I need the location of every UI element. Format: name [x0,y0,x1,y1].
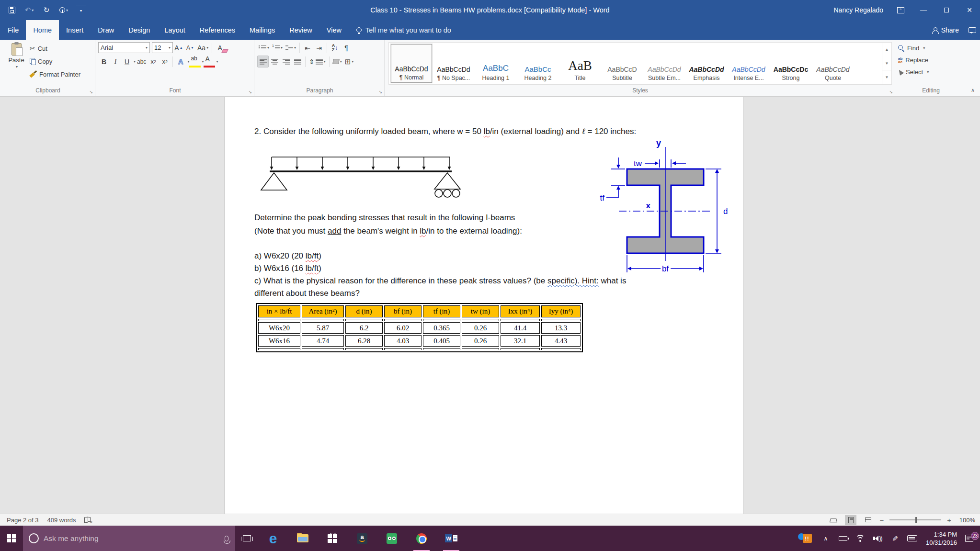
search-input[interactable] [44,534,220,543]
style-item-normal[interactable]: AaBbCcDd¶ Normal [391,44,432,83]
copy-button[interactable]: Copy [30,56,80,67]
taskbar-tripadvisor[interactable] [377,526,407,551]
style-item-strong[interactable]: AaBbCcDcStrong [770,44,811,83]
page-indicator[interactable]: Page 2 of 3 [7,517,39,524]
style-item-h1[interactable]: AaBbCHeading 1 [475,44,516,83]
italic-button[interactable]: I [110,56,121,67]
tab-mailings[interactable]: Mailings [242,20,282,40]
align-left-button[interactable] [257,56,269,67]
tab-draw[interactable]: Draw [91,20,121,40]
paragraph-dialog-launcher[interactable]: ↘ [378,90,382,94]
taskbar-amazon[interactable]: a [347,526,377,551]
touch-mode-icon[interactable]: ▾ [58,5,69,15]
zoom-percentage[interactable]: 100% [957,517,975,524]
network-status[interactable] [852,535,869,542]
proofing-errors-icon[interactable] [84,517,91,523]
zoom-slider[interactable] [889,519,941,520]
ribbon-display-options-icon[interactable]: ⌃ [890,0,911,20]
microphone-icon[interactable] [225,536,228,541]
word-count[interactable]: 409 words [47,517,76,524]
zoom-in-button[interactable]: + [947,516,951,524]
find-button[interactable]: Find ▾ [898,43,929,54]
styles-dialog-launcher[interactable]: ↘ [889,90,893,94]
increase-indent-button[interactable]: ⇥ [313,42,325,54]
justify-button[interactable] [292,56,303,67]
action-center-button[interactable]: 23 [958,535,980,542]
replace-button[interactable]: abac Replace [898,55,929,66]
zoom-out-button[interactable]: − [879,516,884,524]
redo-icon[interactable]: ↻ [41,5,52,15]
restore-button[interactable] [936,0,957,20]
select-button[interactable]: Select ▾ [898,67,929,78]
taskbar-edge[interactable]: e [258,526,288,551]
grow-font-button[interactable]: A▲ [173,42,184,54]
tell-me-box[interactable]: Tell me what you want to do [356,20,451,40]
clock[interactable]: 1:34 PM 10/31/2016 [921,530,958,547]
multilevel-list-button[interactable]: ▾ [284,42,297,54]
show-hidden-icons-button[interactable]: ∧ [817,535,834,542]
battery-status[interactable] [834,536,852,541]
task-view-button[interactable] [235,526,258,551]
notification-alert[interactable]: !! [797,534,817,543]
font-dialog-launcher[interactable]: ↘ [248,90,252,94]
styles-more-icon[interactable]: ▼ [882,70,891,84]
font-name-combo[interactable]: Arial▾ [98,42,150,53]
touch-keyboard-button[interactable] [903,535,921,541]
line-spacing-button[interactable]: ⇕▾ [308,56,327,67]
collapse-ribbon-button[interactable]: ∧ [966,40,980,96]
font-color-button[interactable]: A [204,56,215,67]
styles-scroll-down-icon[interactable]: ▼ [882,56,891,70]
style-item-subtle[interactable]: AaBbCcDdSubtle Em... [644,44,685,83]
volume-control[interactable]: )) [869,535,886,542]
styles-scroll-up-icon[interactable]: ▲ [882,43,891,56]
save-icon[interactable] [7,5,17,15]
taskbar-chrome[interactable] [407,526,436,551]
decrease-indent-button[interactable]: ⇤ [302,42,313,54]
clipboard-dialog-launcher[interactable]: ↘ [89,90,93,94]
taskbar-store[interactable] [318,526,347,551]
account-name[interactable]: Nancy Regalado [833,6,883,14]
tab-insert[interactable]: Insert [59,20,91,40]
tab-design[interactable]: Design [121,20,157,40]
format-painter-button[interactable]: Format Painter [30,68,80,80]
align-right-button[interactable] [280,56,292,67]
bold-button[interactable]: B [98,56,110,67]
taskbar-word[interactable]: W [436,526,466,551]
read-mode-button[interactable] [828,515,839,525]
tab-references[interactable]: References [193,20,242,40]
font-color-caret-icon[interactable]: ▾ [216,59,218,64]
subscript-button[interactable]: x2 [148,56,159,67]
tab-home[interactable]: Home [26,20,59,40]
comments-icon[interactable] [969,27,976,33]
print-layout-button[interactable] [845,515,856,525]
share-button[interactable]: Share [932,26,959,34]
bullets-button[interactable]: ▾ [257,42,271,54]
borders-button[interactable]: ⊞▾ [343,56,355,67]
web-layout-button[interactable] [862,515,874,525]
style-item-quote[interactable]: AaBbCcDdQuote [812,44,854,83]
taskbar-file-explorer[interactable] [288,526,318,551]
tab-view[interactable]: View [319,20,349,40]
text-effects-button[interactable]: A [175,56,186,67]
cut-button[interactable]: ✂ Cut [30,43,80,54]
tab-review[interactable]: Review [282,20,319,40]
numbering-button[interactable]: ▾ [271,42,284,54]
start-button[interactable] [0,526,23,551]
paste-button[interactable]: Paste ▾ [3,42,30,86]
customize-qat-icon[interactable]: ▾ [76,5,86,15]
zoom-slider-thumb[interactable] [915,517,917,523]
pen-settings[interactable]: ✎ [886,534,903,543]
font-size-combo[interactable]: 12▾ [152,42,173,53]
document-page[interactable]: 2. Consider the following uniformly load… [224,97,743,514]
text-highlight-button[interactable]: ab [189,56,201,67]
underline-button[interactable]: U [121,56,133,67]
clear-formatting-button[interactable]: A [214,42,226,54]
show-paragraph-marks-button[interactable]: ¶ [341,42,352,54]
superscript-button[interactable]: x2 [159,56,171,67]
style-item-h2[interactable]: AaBbCcHeading 2 [517,44,558,83]
tab-layout[interactable]: Layout [157,20,193,40]
change-case-button[interactable]: Aa▾ [196,42,210,54]
sort-button[interactable]: AZ↓ [329,42,341,54]
strikethrough-button[interactable]: abc [136,56,148,67]
align-center-button[interactable] [269,56,280,67]
